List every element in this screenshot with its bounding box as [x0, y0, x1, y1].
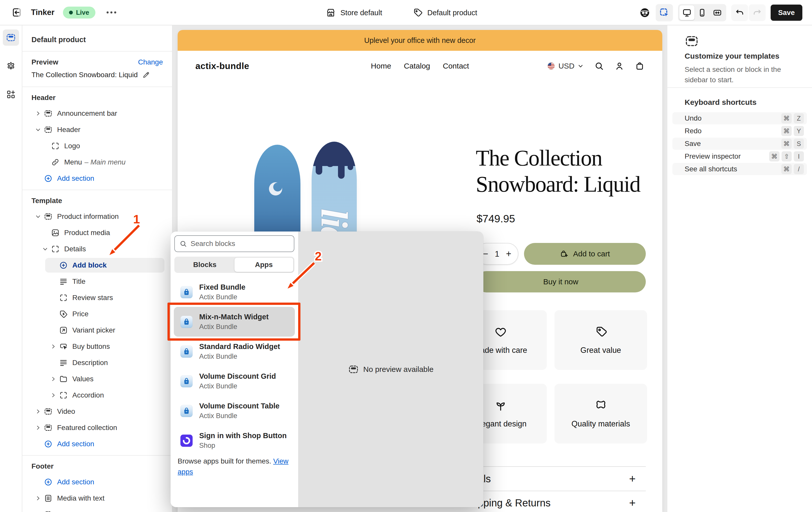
store-context-label: Store default — [341, 9, 382, 17]
rail-sections-button[interactable] — [3, 29, 19, 46]
sidebar-tree-row[interactable]: Menu – Main menu — [22, 154, 172, 170]
chevron-down-icon — [578, 63, 584, 69]
chevron-icon[interactable] — [33, 108, 43, 118]
add-to-cart-button[interactable]: Add to cart — [524, 243, 646, 265]
preview-incognito-icon[interactable] — [639, 7, 650, 19]
sidebar-tree-row[interactable]: Header — [22, 121, 172, 138]
tab-blocks[interactable]: Blocks — [175, 258, 234, 272]
app-block-name: Volume Discount Grid — [199, 372, 276, 380]
account-icon[interactable] — [615, 61, 624, 71]
store-logo[interactable]: actix-bundle — [195, 61, 249, 71]
app-block-name: Standard Radio Widget — [199, 342, 280, 351]
edit-pencil-icon[interactable] — [142, 71, 150, 79]
search-icon[interactable] — [594, 61, 604, 71]
row-label: Media with text — [57, 494, 105, 502]
chevron-icon[interactable] — [48, 341, 58, 351]
chevron-icon[interactable] — [48, 277, 58, 287]
chevron-icon[interactable] — [48, 325, 58, 335]
nav-link[interactable]: Contact — [443, 62, 469, 70]
chevron-icon[interactable] — [33, 406, 43, 417]
moon-art — [269, 182, 282, 196]
sidebar-tree-row[interactable]: Add section — [22, 436, 172, 452]
accordion-expand-icon[interactable]: + — [629, 473, 636, 485]
sidebar-tree-row[interactable]: Description — [22, 354, 172, 371]
template-context-selector[interactable]: Default product — [413, 8, 477, 18]
chevron-icon[interactable] — [33, 173, 43, 183]
sidebar-tree-row[interactable]: Video — [22, 403, 172, 420]
store-context-selector[interactable]: Store default — [326, 8, 382, 18]
sidebar-tree-row[interactable]: Media with text — [22, 490, 172, 506]
more-actions-button[interactable] — [104, 9, 119, 16]
quantity-decrease-button[interactable]: − — [483, 249, 488, 259]
chevron-icon[interactable] — [48, 260, 58, 271]
chevron-icon[interactable] — [48, 309, 58, 319]
chevron-icon[interactable] — [48, 390, 58, 400]
sidebar-tree-row[interactable]: Details — [22, 241, 172, 257]
desktop-view-button[interactable] — [679, 5, 695, 20]
sidebar-tree-row[interactable]: Variant picker — [22, 322, 172, 338]
sidebar-tree-row[interactable]: Logo — [22, 138, 172, 154]
sidebar-tree-row[interactable]: Featured collection — [22, 420, 172, 436]
app-block-item[interactable]: Volume Discount Table Actix Bundle — [174, 396, 295, 426]
sidebar-tree-row[interactable]: Announcement bar — [22, 105, 172, 121]
chevron-icon[interactable] — [33, 439, 43, 449]
quantity-increase-button[interactable]: + — [506, 249, 511, 259]
chevron-icon[interactable] — [40, 244, 50, 254]
app-block-item[interactable]: Volume Discount Grid Actix Bundle — [174, 366, 295, 396]
sidebar-tree-row[interactable]: Price — [22, 306, 172, 322]
redo-button[interactable] — [749, 4, 765, 21]
search-blocks-field[interactable] — [174, 235, 294, 252]
plant-icon — [494, 399, 507, 412]
keycap: ⌘ — [769, 151, 780, 162]
chevron-icon[interactable] — [48, 374, 58, 384]
app-block-item[interactable]: Fixed Bundle Actix Bundle — [174, 277, 295, 307]
tab-apps[interactable]: Apps — [234, 258, 294, 272]
shortcut-row: Undo ⌘Z — [672, 112, 807, 124]
chevron-icon[interactable] — [48, 358, 58, 368]
nav-link[interactable]: Catalog — [404, 62, 430, 70]
announcement-bar[interactable]: Uplevel your office with new decor — [178, 30, 662, 51]
chevron-icon[interactable] — [40, 141, 50, 151]
row-label: Logo — [64, 142, 80, 150]
sidebar-tree-row[interactable]: Values — [22, 371, 172, 387]
rail-settings-button[interactable] — [3, 58, 19, 74]
cart-icon[interactable] — [635, 61, 644, 71]
shortcuts-list: Undo ⌘Z Redo ⌘Y Save ⌘S — [672, 112, 807, 175]
chevron-icon[interactable] — [33, 509, 43, 512]
nav-link[interactable]: Home — [371, 62, 391, 70]
fullwidth-view-button[interactable] — [710, 5, 725, 20]
chevron-icon[interactable] — [33, 477, 43, 487]
sidebar-tree-row[interactable]: Accordion — [22, 387, 172, 403]
sidebar-tree-row[interactable]: Product media — [22, 225, 172, 241]
sidebar-tree-row[interactable]: Review stars — [22, 290, 172, 306]
sidebar-tree-row[interactable]: Add section — [22, 474, 172, 490]
chevron-icon[interactable] — [33, 211, 43, 222]
chevron-icon[interactable] — [48, 293, 58, 303]
sidebar-tree-row[interactable]: Title — [22, 274, 172, 290]
mobile-view-button[interactable] — [695, 5, 710, 20]
app-block-item[interactable]: Mix-n-Match Widget Actix Bundle — [174, 307, 295, 337]
exit-editor-icon[interactable] — [11, 7, 22, 18]
accordion-expand-icon[interactable]: + — [629, 496, 636, 509]
sidebar-tree-row[interactable]: Product information — [22, 208, 172, 225]
rail-app-embeds-button[interactable] — [3, 86, 19, 103]
chevron-icon[interactable] — [33, 125, 43, 135]
inspect-tool-button[interactable] — [656, 4, 673, 21]
app-block-item[interactable]: Standard Radio Widget Actix Bundle — [174, 337, 295, 366]
app-icon — [180, 345, 193, 358]
buy-it-now-button[interactable]: Buy it now — [476, 271, 646, 292]
currency-selector[interactable]: USD — [547, 62, 584, 70]
sidebar-tree-row[interactable]: Footer — [22, 506, 172, 512]
save-button[interactable]: Save — [771, 5, 802, 21]
chevron-icon[interactable] — [40, 157, 50, 167]
chevron-icon[interactable] — [40, 228, 50, 238]
sidebar-tree-row[interactable]: Buy buttons — [22, 338, 172, 354]
change-preview-link[interactable]: Change — [138, 58, 163, 66]
chevron-icon[interactable] — [33, 493, 43, 503]
sidebar-tree-row[interactable]: Add section — [22, 170, 172, 187]
undo-button[interactable] — [731, 4, 748, 21]
sidebar-tree-row[interactable]: Add block — [45, 258, 165, 273]
chevron-icon[interactable] — [33, 423, 43, 433]
search-blocks-input[interactable] — [191, 239, 289, 248]
app-block-item[interactable]: Sign in with Shop Button Shop — [174, 426, 295, 455]
